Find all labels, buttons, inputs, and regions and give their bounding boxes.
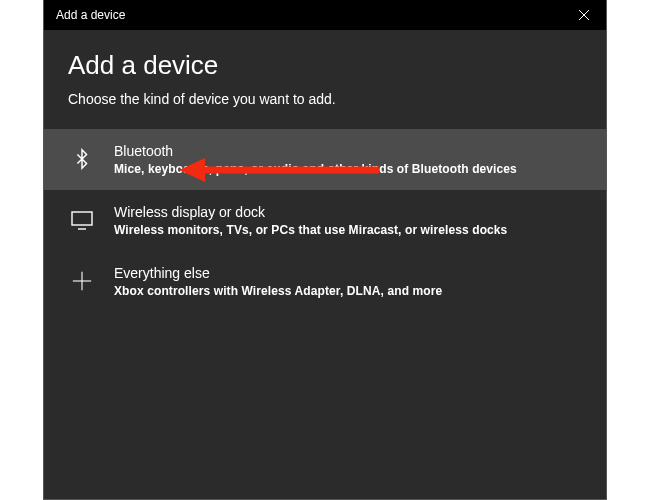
page-subtitle: Choose the kind of device you want to ad… — [44, 91, 606, 125]
device-options-list: Bluetooth Mice, keyboards, pens, or audi… — [44, 125, 606, 312]
option-title: Wireless display or dock — [114, 204, 582, 220]
page-title: Add a device — [44, 50, 606, 91]
option-everything-else[interactable]: Everything else Xbox controllers with Wi… — [44, 251, 606, 312]
option-title: Everything else — [114, 265, 582, 281]
plus-icon — [68, 267, 96, 295]
close-icon — [579, 10, 589, 20]
close-button[interactable] — [561, 0, 606, 30]
monitor-icon — [68, 206, 96, 234]
option-desc: Mice, keyboards, pens, or audio and othe… — [114, 162, 582, 176]
add-device-dialog: Add a device Add a device Choose the kin… — [43, 0, 607, 500]
option-title: Bluetooth — [114, 143, 582, 159]
window-title: Add a device — [56, 8, 125, 22]
dialog-content: Add a device Choose the kind of device y… — [44, 30, 606, 312]
option-desc: Wireless monitors, TVs, or PCs that use … — [114, 223, 582, 237]
option-text: Everything else Xbox controllers with Wi… — [114, 265, 582, 298]
svg-rect-2 — [72, 212, 92, 225]
titlebar: Add a device — [44, 0, 606, 30]
bluetooth-icon — [68, 145, 96, 173]
option-desc: Xbox controllers with Wireless Adapter, … — [114, 284, 582, 298]
option-text: Wireless display or dock Wireless monito… — [114, 204, 582, 237]
option-text: Bluetooth Mice, keyboards, pens, or audi… — [114, 143, 582, 176]
option-bluetooth[interactable]: Bluetooth Mice, keyboards, pens, or audi… — [44, 129, 606, 190]
option-wireless-display[interactable]: Wireless display or dock Wireless monito… — [44, 190, 606, 251]
